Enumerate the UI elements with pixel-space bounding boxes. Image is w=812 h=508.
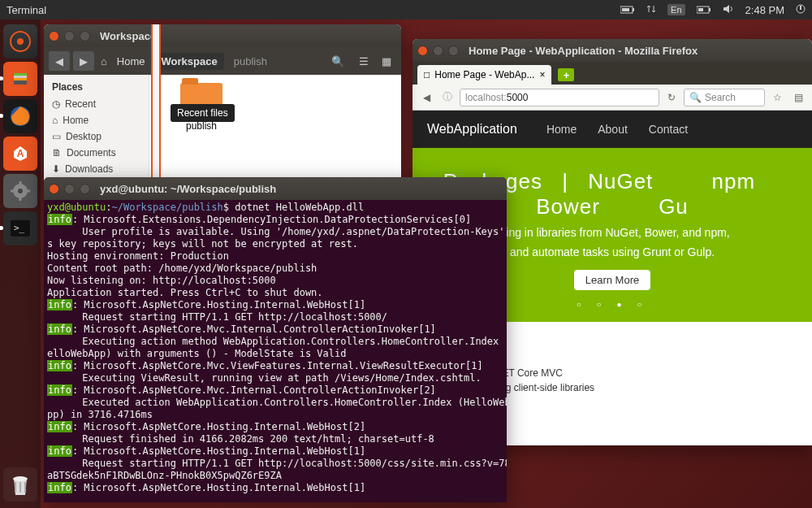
power-icon[interactable] xyxy=(697,4,711,16)
svg-point-17 xyxy=(18,189,23,193)
svg-rect-4 xyxy=(698,8,703,11)
top-menu-bar: Terminal En 2:48 PM xyxy=(0,0,812,20)
learn-more-button[interactable]: Learn More xyxy=(574,270,650,290)
svg-rect-26 xyxy=(19,482,21,493)
maximize-icon[interactable] xyxy=(80,184,90,194)
place-downloads[interactable]: ⬇Downloads xyxy=(44,161,149,177)
nav-contact[interactable]: Contact xyxy=(649,123,688,136)
new-tab-button[interactable]: + xyxy=(558,68,574,81)
lang-indicator[interactable]: En xyxy=(667,4,685,15)
battery-icon[interactable] xyxy=(620,4,635,16)
place-icon: ◷ xyxy=(52,98,60,110)
terminal-title: yxd@ubuntu: ~/Workspace/publish xyxy=(100,183,276,195)
browser-tab[interactable]: □ Home Page - WebAp... × xyxy=(417,65,551,85)
list-view-icon[interactable]: ☰ xyxy=(359,55,369,67)
nav-home[interactable]: Home xyxy=(546,123,577,136)
firefox-title: Home Page - WebApplication - Mozilla Fir… xyxy=(469,45,698,57)
minimize-icon[interactable] xyxy=(64,184,75,194)
svg-rect-11 xyxy=(14,76,27,78)
firefox-icon[interactable] xyxy=(3,99,37,133)
svg-point-24 xyxy=(13,476,28,481)
terminal-output[interactable]: yxd@ubuntu:~/Workspace/publish$ dotnet H… xyxy=(44,200,507,502)
terminal-titlebar[interactable]: yxd@ubuntu: ~/Workspace/publish xyxy=(44,177,507,200)
tab-close-icon[interactable]: × xyxy=(539,69,545,80)
firefox-titlebar[interactable]: Home Page - WebApplication - Mozilla Fir… xyxy=(412,39,812,62)
files-icon[interactable] xyxy=(3,62,37,96)
files-titlebar[interactable]: Workspace xyxy=(44,24,401,47)
url-toolbar: ◀ ⓘ localhost:5000 ↻ 🔍Search ☆ ▤ xyxy=(412,85,812,111)
place-desktop[interactable]: ▭Desktop xyxy=(44,128,149,145)
search-input[interactable]: 🔍Search xyxy=(684,89,765,106)
place-documents[interactable]: 🗎Documents xyxy=(44,145,149,161)
svg-rect-2 xyxy=(633,8,634,11)
tab-favicon: □ xyxy=(424,69,430,80)
svg-rect-25 xyxy=(15,482,16,493)
terminal-window: yxd@ubuntu: ~/Workspace/publish yxd@ubun… xyxy=(44,177,507,502)
svg-rect-7 xyxy=(800,6,801,10)
back-button[interactable]: ◀ xyxy=(417,89,435,106)
close-icon[interactable] xyxy=(49,184,59,194)
folder-label: publish xyxy=(172,120,231,132)
grid-view-icon[interactable]: ▦ xyxy=(382,55,391,67)
svg-text:>_: >_ xyxy=(14,223,25,233)
minimize-icon[interactable] xyxy=(64,31,75,41)
library-icon[interactable]: ▤ xyxy=(789,89,807,106)
site-navbar: WebApplication Home About Contact xyxy=(412,111,812,148)
tooltip: Recent files xyxy=(171,104,235,122)
place-recent[interactable]: ◷Recent xyxy=(44,96,149,112)
unity-launcher: A >_ xyxy=(0,20,41,508)
svg-point-9 xyxy=(17,38,24,45)
place-icon: ▭ xyxy=(52,131,61,142)
reload-button[interactable]: ↻ xyxy=(663,89,680,106)
svg-rect-13 xyxy=(14,80,27,85)
place-home[interactable]: ⌂Home xyxy=(44,112,149,128)
place-icon: ⬇ xyxy=(52,163,60,175)
back-button[interactable]: ◀ xyxy=(49,51,70,71)
minimize-icon[interactable] xyxy=(433,46,443,56)
files-content[interactable]: publish xyxy=(161,75,401,187)
close-icon[interactable] xyxy=(417,46,428,56)
crumb-workspace[interactable]: Workspace xyxy=(155,53,224,70)
site-brand[interactable]: WebApplication xyxy=(427,122,517,137)
crumb-publish[interactable]: publish xyxy=(227,53,274,70)
files-toolbar: ◀ ▶ ⌂ Home Workspace publish 🔍 ☰ ▦ xyxy=(44,47,401,75)
identity-icon[interactable]: ⓘ xyxy=(438,89,456,106)
crumb-home[interactable]: Home xyxy=(110,53,152,70)
tab-strip: □ Home Page - WebAp... × + xyxy=(412,62,812,85)
place-icon: 🗎 xyxy=(52,147,62,158)
close-icon[interactable] xyxy=(49,31,59,41)
session-icon[interactable] xyxy=(796,4,806,16)
places-header: Places xyxy=(44,80,149,96)
volume-icon[interactable] xyxy=(723,4,734,16)
software-center-icon[interactable]: A xyxy=(3,137,37,171)
scrollbar[interactable] xyxy=(151,24,161,187)
search-icon[interactable]: 🔍 xyxy=(331,55,344,67)
nav-about[interactable]: About xyxy=(598,123,628,136)
forward-button[interactable]: ▶ xyxy=(73,51,94,71)
bookmark-icon[interactable]: ☆ xyxy=(768,89,786,106)
network-icon[interactable] xyxy=(646,4,656,16)
tab-label: Home Page - WebAp... xyxy=(434,69,534,80)
files-sidebar: Places ◷Recent⌂Home▭Desktop🗎Documents⬇Do… xyxy=(44,75,149,187)
svg-rect-1 xyxy=(622,8,629,11)
settings-icon[interactable] xyxy=(3,174,37,208)
svg-rect-5 xyxy=(709,8,710,11)
terminal-icon[interactable]: >_ xyxy=(3,211,37,245)
svg-rect-10 xyxy=(14,73,27,76)
url-input[interactable]: localhost:5000 xyxy=(460,89,659,106)
files-title: Workspace xyxy=(100,30,156,42)
svg-rect-27 xyxy=(24,482,26,493)
home-icon[interactable]: ⌂ xyxy=(101,55,107,67)
svg-rect-12 xyxy=(14,78,27,80)
maximize-icon[interactable] xyxy=(80,31,90,41)
maximize-icon[interactable] xyxy=(448,46,459,56)
dash-icon[interactable] xyxy=(3,24,37,59)
app-title: Terminal xyxy=(6,4,46,16)
clock[interactable]: 2:48 PM xyxy=(745,4,784,16)
trash-icon[interactable] xyxy=(3,467,37,501)
svg-text:A: A xyxy=(17,148,24,159)
place-icon: ⌂ xyxy=(52,115,58,126)
